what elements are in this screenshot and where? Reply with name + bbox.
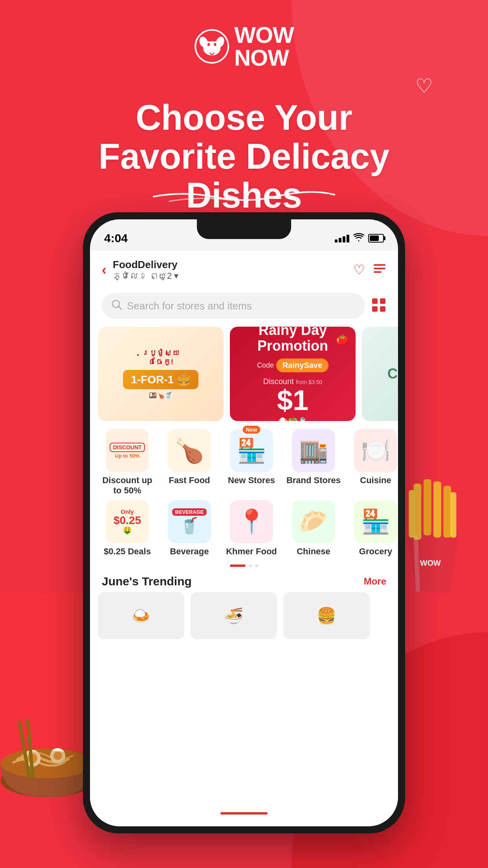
category-khmer[interactable]: 📍 Khmer Food (222, 500, 281, 557)
cat-label-beverage: Beverage (170, 546, 209, 557)
banner-chinese[interactable]: Chn 🍜 C (362, 327, 398, 421)
trending-header: June's Trending More (90, 571, 398, 592)
battery-icon (368, 234, 384, 243)
cat-icon-container-discount: DISCOUNT Up to 50% (106, 429, 149, 472)
svg-rect-27 (374, 268, 385, 269)
signal-bar-1 (335, 239, 338, 243)
svg-rect-16 (450, 492, 456, 538)
category-newstores[interactable]: New 🏪 New Stores (222, 429, 281, 496)
banner2-code-area: Code RainySave (257, 356, 328, 375)
category-icon-fastfood: 🍗 (168, 429, 211, 472)
category-icon-khmer: 📍 (230, 500, 273, 543)
dot-inactive-1 (249, 565, 252, 567)
svg-rect-12 (424, 479, 431, 535)
categories-row2: Only $0.25 🤑 $0.25 Deals BEVERAGE 🥤 (90, 500, 398, 561)
svg-rect-34 (380, 306, 385, 312)
phone-screen: 4:04 (90, 219, 398, 826)
trending-title: June's Trending (102, 575, 192, 588)
svg-point-23 (3, 751, 92, 776)
svg-rect-28 (374, 271, 382, 273)
banner2-amount: $1 (277, 386, 308, 414)
category-icon-new: 🏪 (230, 429, 273, 472)
banner1-khmer: ប្រូម៉ូស្យឲ​ចែកូ! (142, 349, 180, 367)
app-content: ‹ FoodDelivery ភូមិលេខ ព្យូ2 ▾ ♡ (90, 251, 398, 826)
signal-bar-4 (347, 235, 349, 243)
banner2-title: Rainy Day (259, 327, 327, 338)
nav-title: FoodDelivery (113, 259, 353, 271)
categories-row1: DISCOUNT Up to 50% Discount up to 50% 🍗 … (90, 421, 398, 500)
trending-items: 🍛 🍜 🍔 (90, 592, 398, 639)
logo-text: WOW NOW (234, 24, 294, 69)
back-button[interactable]: ‹ (102, 262, 106, 278)
search-placeholder: Search for stores and items (127, 300, 252, 312)
search-bar[interactable]: Search for stores and items (102, 293, 365, 319)
cat-label-new: New Stores (228, 475, 275, 485)
cat-label-grocery: Grocery (359, 546, 392, 557)
banner-1for1[interactable]: ប្រូម៉ូស្យឲ​ចែកូ! 1-FOR-1 🍔 🍱🍗🥤 (98, 327, 224, 421)
banner2-code-label: Code (257, 361, 274, 370)
underline-decoration (146, 189, 342, 204)
nav-subtitle[interactable]: ភូមិលេខ ព្យូ2 ▾ (113, 271, 353, 281)
location-text: ភូមិលេខ ព្យូ2 (113, 271, 172, 281)
svg-text:WOW: WOW (420, 559, 441, 567)
cat-label-cuisine: Cuisine (360, 475, 391, 485)
phone-mockup: 4:04 (83, 212, 405, 833)
svg-rect-13 (433, 482, 441, 538)
status-time: 4:04 (104, 232, 128, 245)
search-icon (111, 299, 122, 313)
cat-label-fastfood: Fast Food (169, 475, 210, 485)
cat-label-brand: Brand Stores (286, 475, 341, 485)
category-icon-discount: DISCOUNT Up to 50% (106, 429, 149, 472)
svg-rect-33 (372, 306, 378, 312)
banner-rainy-day[interactable]: 🍅 Rainy Day Promotion Code RainySave Dis… (230, 327, 356, 421)
banner2-subtitle: Promotion (257, 338, 328, 354)
category-icon-grocery: 🏪 (354, 500, 397, 543)
category-fastfood[interactable]: 🍗 Fast Food (160, 429, 219, 496)
category-chinese[interactable]: 🥟 Chinese (284, 500, 343, 557)
trending-item-3[interactable]: 🍔 (283, 592, 370, 639)
phone-notch (197, 219, 291, 239)
cat-icon-container-new: New 🏪 (230, 429, 273, 472)
category-grocery[interactable]: 🏪 Grocery (346, 500, 398, 557)
logo-icon (194, 29, 229, 64)
category-beverage[interactable]: BEVERAGE 🥤 Beverage (160, 500, 219, 557)
banner2-code: RainySave (276, 359, 328, 372)
home-indicator (220, 812, 268, 815)
banner1-food-icon: 🍱🍗🥤 (149, 392, 172, 399)
category-brandstores[interactable]: 🏬 Brand Stores (284, 429, 343, 496)
banner3-partial-text: Chn (387, 366, 398, 382)
search-container: Search for stores and items (90, 289, 398, 327)
tomato-icon: 🍅 (336, 333, 349, 346)
signal-icon (335, 234, 349, 243)
logo-area: WOW NOW (194, 24, 294, 69)
cat-label-deals: $0.25 Deals (104, 546, 151, 557)
carousel-dots (90, 561, 398, 571)
category-icon-deals: Only $0.25 🤑 (106, 500, 149, 543)
heart-decoration: ♡ (415, 75, 433, 97)
banner1-deal: 1-FOR-1 🍔 (123, 370, 198, 389)
svg-rect-15 (409, 490, 415, 538)
category-icon-chinese: 🥟 (292, 500, 335, 543)
wifi-icon (353, 233, 364, 244)
grid-view-icon[interactable] (371, 298, 386, 314)
category-icon-brand: 🏬 (292, 429, 335, 472)
cat-label-discount: Discount up to 50% (98, 475, 157, 496)
nav-title-group: FoodDelivery ភូមិលេខ ព្យូ2 ▾ (113, 259, 353, 281)
category-icon-cuisine: 🍽️ (354, 429, 397, 472)
nav-actions: ♡ (353, 262, 386, 278)
trending-more-button[interactable]: More (364, 576, 386, 587)
svg-line-30 (119, 307, 121, 309)
signal-bar-2 (339, 238, 341, 243)
category-discount[interactable]: DISCOUNT Up to 50% Discount up to 50% (98, 429, 157, 496)
trending-item-2[interactable]: 🍜 (191, 592, 277, 639)
nav-bar: ‹ FoodDelivery ភូមិលេខ ព្យូ2 ▾ ♡ (90, 251, 398, 289)
trending-item-1[interactable]: 🍛 (98, 592, 184, 639)
svg-rect-32 (380, 298, 385, 304)
menu-icon[interactable] (373, 262, 386, 278)
svg-rect-26 (374, 264, 385, 266)
category-deals[interactable]: Only $0.25 🤑 $0.25 Deals (98, 500, 157, 557)
dot-active (230, 565, 246, 567)
cat-label-khmer: Khmer Food (226, 546, 277, 557)
favorite-icon[interactable]: ♡ (353, 262, 365, 278)
category-cuisine[interactable]: 🍽️ Cuisine (346, 429, 398, 496)
